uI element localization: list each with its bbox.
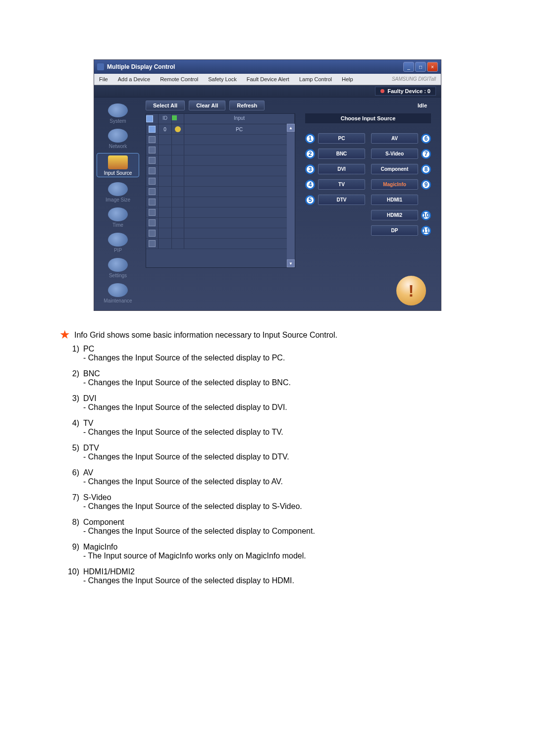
alert-icon: ! [396, 276, 426, 305]
sidebar-label: Input Source [97, 170, 139, 176]
doc-item-desc: - Changes the Input Source of the select… [83, 428, 476, 437]
table-row[interactable] [146, 145, 295, 155]
time-icon [108, 207, 128, 221]
doc-item-title: BNC [83, 369, 100, 378]
sidebar-item-image-size[interactable]: Image Size [97, 181, 139, 202]
source-tv-button[interactable]: TV [318, 179, 365, 190]
row-checkbox[interactable] [149, 240, 156, 247]
row-checkbox[interactable] [149, 167, 156, 174]
table-row[interactable] [146, 135, 295, 145]
menu-bar: File Add a Device Remote Control Safety … [94, 74, 441, 85]
grid-header-status [172, 114, 184, 124]
sidebar-item-network[interactable]: Network [97, 128, 139, 149]
doc-item: 4)TV- Changes the Input Source of the se… [59, 419, 476, 437]
callout-badge-11: 11 [421, 226, 431, 236]
table-row[interactable] [146, 218, 295, 228]
menu-fault-device-alert[interactable]: Fault Device Alert [242, 75, 294, 84]
source-av-button[interactable]: AV [371, 133, 418, 144]
callout-badge-5: 5 [305, 195, 315, 205]
row-checkbox[interactable] [149, 188, 156, 195]
grid-header-id: ID [159, 114, 172, 124]
menu-lamp-control[interactable]: Lamp Control [294, 75, 337, 84]
clear-all-button[interactable]: Clear All [189, 101, 225, 110]
doc-item-desc: - Changes the Input Source of the select… [83, 576, 476, 585]
doc-item-title: PC [83, 345, 94, 353]
app-icon [97, 63, 104, 70]
doc-item-num: 6) [59, 468, 83, 477]
doc-item-title: DTV [83, 444, 99, 453]
toolbar: Select All Clear All Refresh Idle [142, 98, 441, 113]
sidebar-label: System [97, 118, 139, 124]
refresh-button[interactable]: Refresh [229, 101, 265, 110]
doc-item-num: 5) [59, 444, 83, 453]
row-checkbox[interactable] [149, 219, 156, 226]
menu-safety-lock[interactable]: Safety Lock [203, 75, 241, 84]
menu-add-device[interactable]: Add a Device [113, 75, 155, 84]
menu-help[interactable]: Help [337, 75, 358, 84]
menu-file[interactable]: File [94, 75, 113, 84]
doc-item-desc: - Changes the Input Source of the select… [83, 403, 476, 412]
maximize-button[interactable]: □ [415, 62, 426, 72]
doc-item-desc: - Changes the Input Source of the select… [83, 353, 476, 362]
source-dvi-button[interactable]: DVI [318, 164, 365, 174]
source-dtv-button[interactable]: DTV [318, 195, 365, 205]
select-all-button[interactable]: Select All [146, 101, 185, 110]
sidebar-item-settings[interactable]: Settings [97, 257, 139, 278]
menu-remote-control[interactable]: Remote Control [155, 75, 203, 84]
network-icon [108, 129, 128, 143]
callout-badge-1: 1 [305, 134, 315, 144]
row-checkbox[interactable] [149, 126, 156, 133]
sidebar-item-pip[interactable]: PIP [97, 232, 139, 253]
source-hdmi2-button[interactable]: HDMI2 [371, 210, 418, 220]
row-checkbox[interactable] [149, 230, 156, 237]
table-row[interactable] [146, 197, 295, 207]
doc-item: 2)BNC- Changes the Input Source of the s… [59, 369, 476, 387]
sidebar-item-maintenance[interactable]: Maintenance [97, 282, 139, 303]
grid-header-checkbox[interactable] [146, 114, 159, 124]
source-hdmi1-button[interactable]: HDMI1 [371, 195, 418, 205]
row-checkbox[interactable] [149, 178, 156, 185]
info-grid: ID Input 0 PC [146, 113, 295, 268]
row-checkbox[interactable] [149, 136, 156, 143]
table-row[interactable] [146, 155, 295, 166]
source-pc-button[interactable]: PC [318, 133, 365, 144]
source-svideo-button[interactable]: S-Video [371, 149, 418, 159]
row-checkbox[interactable] [149, 199, 156, 205]
table-row[interactable] [146, 228, 295, 239]
doc-item-num: 9) [59, 543, 83, 552]
table-row[interactable] [146, 187, 295, 197]
grid-scrollbar[interactable]: ▲ ▼ [287, 124, 295, 267]
table-row[interactable] [146, 239, 295, 249]
star-icon: ★ [59, 331, 70, 339]
source-dp-button[interactable]: DP [371, 225, 418, 236]
callout-badge-9: 9 [421, 180, 431, 190]
sidebar-label: Settings [97, 273, 139, 278]
doc-item-title: DVI [83, 394, 97, 403]
doc-item-num: 3) [59, 394, 83, 403]
doc-item: 8)Component- Changes the Input Source of… [59, 518, 476, 536]
scroll-up-icon[interactable]: ▲ [287, 124, 295, 132]
row-checkbox[interactable] [149, 209, 156, 216]
sidebar-item-system[interactable]: System [97, 102, 139, 124]
row-checkbox[interactable] [149, 147, 156, 153]
table-row[interactable]: 0 PC [146, 124, 295, 135]
doc-item: 6)AV- Changes the Input Source of the se… [59, 468, 476, 486]
table-row[interactable] [146, 207, 295, 218]
row-checkbox[interactable] [149, 157, 156, 164]
sidebar-item-time[interactable]: Time [97, 206, 139, 228]
sidebar-label: Maintenance [97, 298, 139, 303]
table-row[interactable] [146, 176, 295, 187]
scroll-down-icon[interactable]: ▼ [287, 259, 295, 267]
source-magicinfo-button[interactable]: MagicInfo [371, 179, 418, 190]
close-button[interactable]: × [427, 62, 438, 72]
sidebar-item-input-source[interactable]: Input Source [97, 153, 139, 177]
minimize-button[interactable]: _ [403, 62, 414, 72]
source-bnc-button[interactable]: BNC [318, 149, 365, 159]
sidebar-label: Network [97, 144, 139, 149]
source-component-button[interactable]: Component [371, 164, 418, 174]
info-text: Info Grid shows some basic information n… [74, 331, 337, 340]
table-row[interactable] [146, 166, 295, 176]
doc-item-desc: - The Input source of MagicInfo works on… [83, 552, 476, 560]
doc-item-title: TV [83, 419, 93, 428]
doc-item-title: AV [83, 468, 93, 477]
